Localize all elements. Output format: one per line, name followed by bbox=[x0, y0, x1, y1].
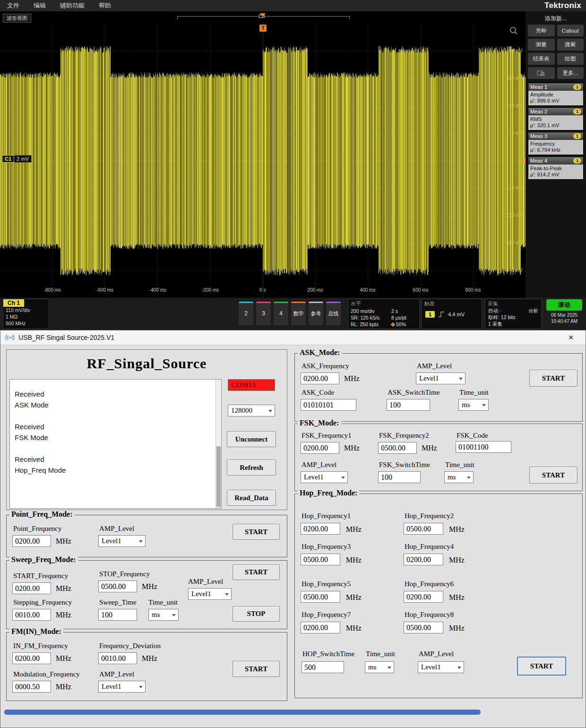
point-amp-level-select[interactable]: Level1 bbox=[98, 535, 146, 547]
fsk-time-unit-label: Time_unit bbox=[445, 461, 474, 469]
fsk-code-input[interactable] bbox=[456, 441, 511, 453]
log-listbox[interactable]: Received ASK Mode Received FSK Mode Rece… bbox=[9, 379, 222, 509]
meas-2-panel[interactable]: Meas 21 RMSμ': 320.1 mV bbox=[528, 107, 584, 130]
fsk-frequency2-input[interactable] bbox=[378, 442, 417, 454]
waveform-view-area: 波形视图 T C1 2 mV 440 mV 330 mV 22 bbox=[0, 11, 526, 298]
waveform-plot[interactable]: T C1 2 mV 440 mV 330 mV 220 mV 110 mV -1… bbox=[0, 24, 526, 298]
log-line bbox=[15, 412, 215, 423]
measure-button[interactable]: 测量 bbox=[528, 39, 555, 51]
in-fm-frequency-unit: MHz bbox=[56, 654, 71, 663]
close-button[interactable]: × bbox=[561, 332, 581, 343]
scrollbar-thumb[interactable] bbox=[216, 446, 221, 507]
in-fm-frequency-input[interactable] bbox=[12, 652, 51, 664]
refresh-button[interactable]: Refresh bbox=[227, 459, 276, 476]
hop-frequency8-input[interactable] bbox=[404, 622, 443, 633]
trigger-level-arrow-icon[interactable] bbox=[517, 157, 526, 165]
app-titlebar[interactable]: USB_RF Singal Source-2025.V1 × bbox=[0, 330, 586, 345]
acquisition-title: 采集 bbox=[485, 299, 541, 307]
ask-frequency-input[interactable] bbox=[301, 373, 339, 384]
ask-code-label: ASK_Code bbox=[302, 389, 334, 397]
fsk-amp-level-select[interactable]: Level1 bbox=[301, 471, 348, 483]
fsk-frequency1-input[interactable] bbox=[301, 442, 339, 454]
hop-frequency7-input[interactable] bbox=[301, 622, 340, 633]
fsk-amp-level-value: Level1 bbox=[304, 473, 324, 481]
plot-button[interactable]: 绘图 bbox=[557, 53, 584, 65]
visual-search-button[interactable] bbox=[528, 67, 555, 79]
sweep-start-button[interactable]: START bbox=[233, 564, 280, 580]
sweep-start-frequency-label: START_Frequency bbox=[13, 572, 68, 580]
modulation-frequency-input[interactable] bbox=[12, 681, 51, 693]
menu-help[interactable]: 帮助 bbox=[92, 1, 118, 10]
menu-edit[interactable]: 编辑 bbox=[26, 1, 53, 10]
hop-frequency5-input[interactable] bbox=[301, 591, 340, 603]
ask-time-unit-select[interactable]: ms bbox=[458, 399, 489, 411]
reference-button[interactable]: 参考 bbox=[309, 302, 323, 325]
menu-file[interactable]: 文件 bbox=[0, 1, 26, 10]
hop-switchtime-input[interactable] bbox=[302, 661, 344, 673]
more-button[interactable]: 更多... bbox=[557, 67, 584, 79]
hop-frequency3-input[interactable] bbox=[301, 554, 340, 565]
hop-freq-title: Hop_Freq_Mode: bbox=[298, 489, 359, 497]
hop-start-button[interactable]: START bbox=[517, 657, 566, 676]
roll-mode-button[interactable]: 滚动 bbox=[546, 299, 582, 311]
acquisition-analysis[interactable]: 分析 bbox=[528, 307, 538, 314]
read-data-button[interactable]: Read_Data bbox=[227, 490, 276, 506]
hop-time-unit-select[interactable]: ms bbox=[365, 661, 394, 673]
channel4-button[interactable]: 4 bbox=[274, 302, 288, 325]
fm-start-button[interactable]: START bbox=[233, 661, 280, 677]
sweep-time-input[interactable] bbox=[98, 609, 137, 621]
sweep-start-frequency-input[interactable] bbox=[12, 582, 51, 594]
search-button[interactable]: 搜索 bbox=[557, 39, 584, 51]
fm-amp-level-select[interactable]: Level1 bbox=[98, 681, 146, 693]
channel1-badge[interactable]: C1 2 mV bbox=[2, 155, 32, 163]
channel3-button[interactable]: 3 bbox=[256, 302, 271, 325]
hop-frequency4-input[interactable] bbox=[404, 554, 443, 565]
fsk-switchtime-input[interactable] bbox=[378, 471, 421, 483]
trigger-marker[interactable]: T bbox=[259, 25, 267, 32]
meas-4-panel[interactable]: Meas 41 Peak-to-Peakμ': 914.2 mV bbox=[528, 156, 584, 180]
bus-button[interactable]: 总线 bbox=[326, 302, 341, 325]
ask-start-button[interactable]: START bbox=[529, 370, 577, 387]
channel2-button[interactable]: 2 bbox=[239, 302, 253, 325]
results-table-button[interactable]: 结果表 bbox=[528, 53, 555, 65]
callout-button[interactable]: Callout bbox=[557, 25, 584, 36]
listbox-scrollbar[interactable] bbox=[215, 380, 221, 508]
meas-1-panel[interactable]: Meas 11 Amplitudeμ': 899.6 mV bbox=[528, 83, 584, 106]
horizontal-panel[interactable]: 水平 200 ms/div2 s SR: 125 kS/s8 μs/pt RL:… bbox=[348, 299, 420, 329]
hop-frequency1-input[interactable] bbox=[301, 523, 340, 535]
time-label: 0 s bbox=[259, 287, 266, 293]
fsk-time-unit-select[interactable]: ms bbox=[444, 471, 474, 483]
time-label: 600 ms bbox=[413, 287, 429, 293]
frequency-deviation-input[interactable] bbox=[98, 652, 137, 664]
horizontal-position: 50% bbox=[391, 321, 417, 328]
unconnect-button[interactable]: Unconnect bbox=[227, 431, 276, 447]
ask-code-input[interactable] bbox=[301, 399, 356, 411]
baud-rate-select[interactable]: 128000 bbox=[228, 405, 275, 416]
channel1-panel[interactable]: Ch 1 110 mV/div 1 MΩ 500 MHz bbox=[3, 299, 49, 329]
acquisition-panel[interactable]: 采集 自动 · 分析 取样: 12 bits 1 采集 bbox=[485, 299, 542, 329]
sweep-stop-button[interactable]: STOP bbox=[233, 606, 280, 622]
fsk-start-button[interactable]: START bbox=[529, 467, 577, 484]
voltage-label: 110 mV bbox=[507, 130, 523, 136]
sweep-amp-level-select[interactable]: Level1 bbox=[188, 588, 232, 600]
ask-amp-level-select[interactable]: Level1 bbox=[416, 373, 465, 384]
math-button[interactable]: 数学 bbox=[291, 302, 306, 325]
sweep-stepping-frequency-input[interactable] bbox=[12, 609, 51, 621]
meas-4-badge: 1 bbox=[573, 158, 581, 164]
hop-frequency6-input[interactable] bbox=[404, 591, 443, 603]
point-start-button[interactable]: START bbox=[233, 524, 280, 540]
channel1-tab[interactable]: Ch 1 bbox=[3, 299, 24, 307]
sweep-stop-frequency-input[interactable] bbox=[98, 581, 137, 592]
fsk-frequency2-label: FSK_Frequency2 bbox=[379, 432, 429, 440]
hop-amp-level-select[interactable]: Level1 bbox=[418, 661, 464, 673]
zoom-icon[interactable] bbox=[509, 26, 518, 35]
trigger-panel[interactable]: 触发 1 4.4 mV bbox=[422, 299, 482, 329]
com-port-select[interactable]: COM13 bbox=[228, 379, 275, 391]
cursor-button[interactable]: 光标 bbox=[528, 25, 555, 36]
menu-utility[interactable]: 辅助功能 bbox=[53, 1, 92, 10]
point-frequency-input[interactable] bbox=[12, 535, 51, 547]
hop-frequency2-input[interactable] bbox=[404, 523, 443, 535]
meas-3-panel[interactable]: Meas 31 Frequencyμ': 6.794 kHz bbox=[528, 132, 584, 155]
sweep-time-unit-select[interactable]: ms bbox=[148, 609, 179, 621]
ask-switchtime-input[interactable] bbox=[387, 399, 430, 411]
